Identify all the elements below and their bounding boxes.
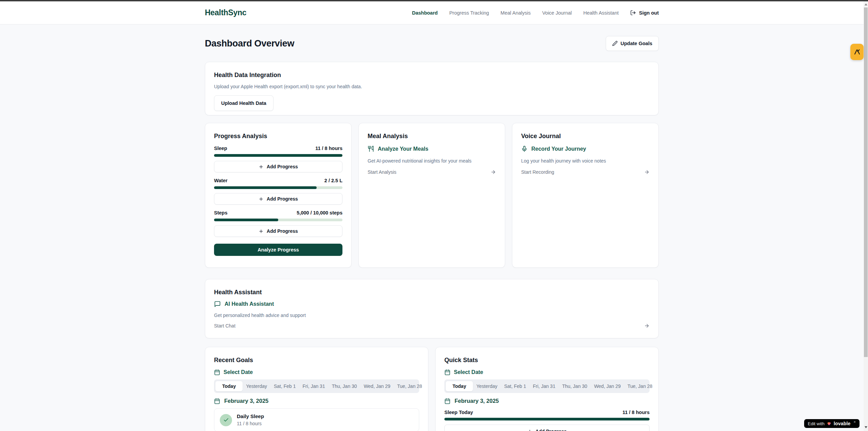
upload-health-data-button[interactable]: Upload Health Data — [214, 95, 273, 111]
recent-goals-select-date[interactable]: Select Date — [214, 369, 419, 375]
nav-item-progress-tracking[interactable]: Progress Tracking — [449, 10, 489, 16]
logout-icon — [630, 10, 636, 16]
chat-bubble-icon — [214, 301, 221, 307]
voice-card-title: Voice Journal — [521, 132, 650, 140]
progress-analysis-card: Progress Analysis Sleep 11 / 8 hours Add… — [205, 123, 352, 268]
date-tab-yesterday[interactable]: Yesterday — [243, 381, 270, 391]
quick-stats-select-date[interactable]: Select Date — [444, 369, 650, 375]
goal-value: 2 / 2.5 L — [324, 178, 342, 183]
plus-icon — [527, 429, 532, 431]
sign-out-button[interactable]: Sign out — [630, 10, 659, 16]
health-assistant-card: Health Assistant AI Health Assistant Get… — [205, 279, 659, 338]
start-chat-link[interactable]: Start Chat — [214, 323, 650, 329]
goal-label: Sleep — [214, 146, 227, 151]
meal-card-title: Meal Analysis — [368, 132, 496, 140]
goal-value: 5,000 / 10,000 steps — [297, 210, 342, 215]
add-progress-button-steps[interactable]: Add Progress — [214, 225, 342, 237]
heart-icon — [827, 421, 832, 426]
nav-item-meal-analysis[interactable]: Meal Analysis — [500, 10, 531, 16]
stat-label: Sleep Today — [444, 410, 473, 415]
sign-out-label: Sign out — [639, 10, 659, 16]
scrollbar-down-arrow[interactable] — [865, 426, 867, 428]
steps-progress-bar — [214, 219, 342, 221]
edit-with-lovable-badge[interactable]: Edit with lovable × — [804, 419, 860, 428]
vertical-scrollbar[interactable] — [864, 1, 868, 431]
nav-item-dashboard[interactable]: Dashboard — [412, 10, 438, 16]
goal-label: Water — [214, 178, 228, 183]
pencil-icon — [612, 41, 618, 46]
assistant-card-description: Get personalized health advice and suppo… — [214, 312, 650, 319]
date-tab-yesterday[interactable]: Yesterday — [473, 381, 501, 391]
quick-stats-card: Quick Stats Select Date Today Yesterday … — [435, 347, 659, 431]
date-tab-today[interactable]: Today — [446, 381, 473, 391]
ai-health-assistant-link[interactable]: AI Health Assistant — [214, 301, 650, 307]
nav-item-voice-journal[interactable]: Voice Journal — [542, 10, 572, 16]
utensils-icon — [368, 146, 374, 152]
water-progress-bar — [214, 186, 342, 189]
quick-stats-add-progress-button[interactable]: Add Progress — [444, 425, 650, 431]
plus-icon — [259, 196, 264, 202]
date-tab[interactable]: Thu, Jan 30 — [559, 381, 591, 391]
close-icon[interactable]: × — [854, 420, 856, 424]
stat-value: 11 / 8 hours — [622, 410, 650, 415]
dev-tool-floating-button[interactable] — [850, 44, 864, 60]
plus-icon — [259, 229, 264, 234]
quick-stats-date-tabs: Today Yesterday Sat, Feb 1 Fri, Jan 31 T… — [444, 379, 650, 393]
analyze-your-meals-link[interactable]: Analyze Your Meals — [368, 146, 496, 152]
check-icon — [220, 414, 232, 426]
meal-card-description: Get AI-powered nutritional insights for … — [368, 157, 496, 164]
calendar-icon — [444, 369, 450, 375]
date-tab[interactable]: Fri, Jan 31 — [530, 381, 559, 391]
date-tab[interactable]: Sat, Feb 1 — [501, 381, 530, 391]
arrow-right-icon — [644, 323, 650, 329]
recent-goals-title: Recent Goals — [214, 356, 419, 364]
date-tab[interactable]: Wed, Jan 29 — [591, 381, 624, 391]
goal-block-water: Water 2 / 2.5 L Add Progress — [214, 178, 342, 205]
goal-entry-value: 11 / 8 hours — [237, 420, 264, 427]
date-tab[interactable]: Sat, Feb 1 — [270, 381, 299, 391]
progress-analysis-title: Progress Analysis — [214, 132, 342, 140]
date-tab[interactable]: Fri, Jan 31 — [299, 381, 329, 391]
goal-value: 11 / 8 hours — [315, 146, 342, 151]
meal-analysis-card: Meal Analysis Analyze Your Meals Get AI-… — [358, 123, 505, 268]
scrollbar-up-arrow[interactable] — [865, 3, 867, 5]
assistant-card-title: Health Assistant — [214, 288, 650, 296]
plus-icon — [259, 164, 264, 169]
date-tab[interactable]: Tue, Jan 28 — [394, 381, 425, 391]
date-tab[interactable]: Wed, Jan 29 — [360, 381, 394, 391]
analyze-progress-button[interactable]: Analyze Progress — [214, 244, 342, 256]
sleep-today-progress-bar — [444, 418, 650, 420]
integration-description: Upload your Apple Health export (export.… — [214, 83, 650, 90]
health-data-integration-card: Health Data Integration Upload your Appl… — [205, 62, 659, 115]
date-tab[interactable]: Thu, Jan 30 — [329, 381, 360, 391]
goal-block-sleep: Sleep 11 / 8 hours Add Progress — [214, 146, 342, 172]
update-goals-button[interactable]: Update Goals — [606, 36, 659, 51]
quick-stats-selected-date: February 3, 2025 — [444, 398, 650, 404]
calendar-icon — [214, 398, 220, 404]
recent-goals-selected-date: February 3, 2025 — [214, 398, 419, 404]
window-top-edge — [0, 0, 868, 1]
main-nav: Dashboard Progress Tracking Meal Analysi… — [412, 10, 659, 16]
goal-block-steps: Steps 5,000 / 10,000 steps Add Progress — [214, 210, 342, 237]
app-viewport: HealthSync Dashboard Progress Tracking M… — [0, 0, 868, 431]
add-progress-button-water[interactable]: Add Progress — [214, 193, 342, 205]
lambda-logo-icon — [853, 48, 861, 56]
start-analysis-link[interactable]: Start Analysis — [368, 169, 496, 175]
record-your-journey-link[interactable]: Record Your Journey — [521, 146, 650, 152]
page-title: Dashboard Overview — [205, 38, 294, 49]
arrow-right-icon — [644, 169, 650, 175]
scrollbar-thumb[interactable] — [864, 7, 868, 357]
add-progress-button-sleep[interactable]: Add Progress — [214, 161, 342, 172]
sleep-progress-bar — [214, 154, 342, 157]
quick-stats-title: Quick Stats — [444, 356, 650, 364]
recent-goals-date-tabs: Today Yesterday Sat, Feb 1 Fri, Jan 31 T… — [214, 379, 419, 393]
microphone-icon — [521, 146, 528, 152]
goal-label: Steps — [214, 210, 228, 215]
date-tab[interactable]: Tue, Jan 28 — [624, 381, 656, 391]
recent-goals-card: Recent Goals Select Date Today Yesterday… — [205, 347, 428, 431]
app-logo[interactable]: HealthSync — [205, 8, 246, 17]
date-tab-today[interactable]: Today — [215, 381, 243, 391]
nav-item-health-assistant[interactable]: Health Assistant — [583, 10, 619, 16]
start-recording-link[interactable]: Start Recording — [521, 169, 650, 175]
voice-card-description: Log your health journey with voice notes — [521, 157, 650, 164]
